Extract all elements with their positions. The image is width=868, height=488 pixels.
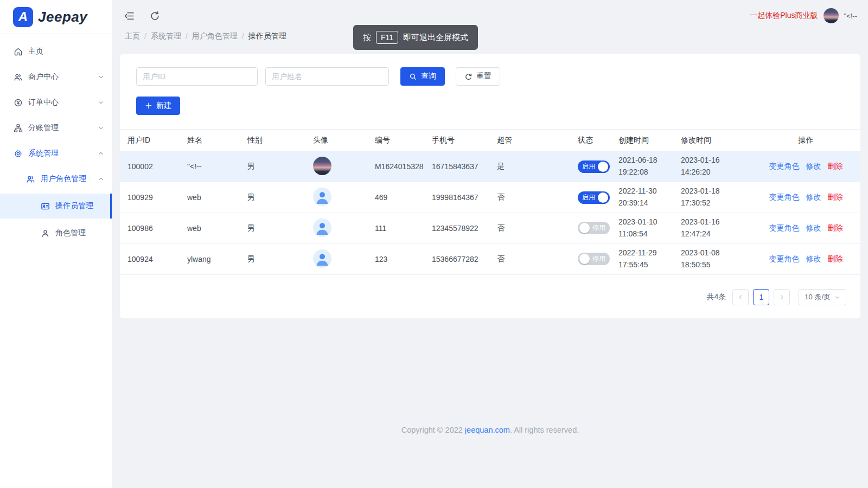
cell-phone: 12345578922 [427,213,493,244]
edit-link[interactable]: 修改 [806,192,821,201]
page-size-select[interactable]: 10 条/页 [799,289,846,305]
cell-actions: 变更角色修改删除 [751,213,860,244]
delete-link[interactable]: 删除 [828,162,843,170]
sidebar-item-label: 操作员管理 [55,201,93,211]
status-toggle-label: 停用 [590,223,608,233]
edit-link[interactable]: 修改 [806,254,821,263]
delete-link[interactable]: 删除 [828,254,843,263]
table-header-row: 用户ID姓名性别头像编号手机号超管状态创建时间修改时间操作 [120,130,860,151]
search-icon [409,73,417,81]
breadcrumb-item[interactable]: 系统管理 [151,31,181,41]
column-header: 头像 [309,130,371,151]
status-toggle[interactable]: 启用 [578,160,610,173]
cell-gender: 男 [243,182,309,213]
status-toggle[interactable]: 停用 [578,253,610,265]
sidebar-item-label: 商户中心 [28,72,59,82]
sidebar-item-merchant-center[interactable]: 商户中心 [0,66,112,88]
filter-bar: 查询 重置 [120,67,860,86]
breadcrumb-separator: / [186,32,188,41]
toggle-knob [579,223,590,233]
sidebar-item-home[interactable]: 主页 [0,41,112,62]
reset-icon [464,73,473,81]
chevron-up-icon [98,150,104,157]
sidebar-item-ledger-management[interactable]: 分账管理 [0,117,112,139]
cell-created-time: 2023-01-10 11:08:54 [614,213,676,244]
table-row: 100924ylwang男12315366677282否停用2022-11-29… [120,244,860,275]
cell-number: 469 [371,182,427,213]
cell-user-id: 100929 [120,182,183,213]
breadcrumb-item[interactable]: 主页 [125,31,140,41]
query-button[interactable]: 查询 [400,67,445,86]
operator-avatar-default [313,249,331,268]
cell-user-id: 100924 [120,244,183,275]
cell-status: 启用 [573,182,614,213]
breadcrumb-separator: / [242,32,244,41]
change-role-link[interactable]: 变更角色 [769,223,800,232]
cell-name: "<!-- [183,151,243,182]
reset-button-label: 重置 [476,72,492,81]
current-username[interactable]: "<!-- [844,12,857,20]
cell-created-time: 2022-11-30 20:39:14 [614,182,676,213]
sidebar-item-system-management[interactable]: 系统管理 [0,143,112,164]
table-row: 100986web男11112345578922否停用2023-01-10 11… [120,213,860,244]
change-role-link[interactable]: 变更角色 [769,162,800,170]
table-row: 100002"<!--男M162401532816715843637是启用202… [120,151,860,182]
pagination-next-button[interactable] [774,289,790,305]
cell-gender: 男 [243,244,309,275]
query-button-label: 查询 [421,72,436,81]
refresh-icon[interactable] [150,11,160,21]
breadcrumb-separator: / [144,32,146,41]
cell-name: web [183,182,243,213]
person-icon [41,229,50,238]
pagination-prev-button[interactable] [732,289,749,305]
footer-copyright-prefix: Copyright © 2022 [401,426,465,434]
delete-link[interactable]: 删除 [828,223,843,232]
user-id-input[interactable] [136,67,258,86]
chevron-right-icon [778,294,785,300]
change-role-link[interactable]: 变更角色 [769,254,800,263]
column-header: 手机号 [427,130,493,151]
plus-edition-link[interactable]: 一起体验Plus商业版 [750,11,818,21]
jeequan-link[interactable]: jeequan.com [465,426,510,434]
cell-updated-time: 2023-01-18 17:30:52 [676,182,751,213]
sidebar-item-role-management[interactable]: 角色管理 [0,222,112,244]
create-button[interactable]: 新建 [136,97,180,115]
pagination-page-1[interactable]: 1 [753,289,769,305]
sidebar-item-label: 订单中心 [28,98,59,107]
cell-updated-time: 2023-01-08 18:50:55 [676,244,751,275]
chevron-down-icon [98,125,104,131]
toggle-knob [579,254,590,264]
cell-name: ylwang [183,244,243,275]
cell-actions: 变更角色修改删除 [751,151,860,182]
order-icon [14,98,23,107]
delete-link[interactable]: 删除 [828,192,843,201]
status-toggle[interactable]: 启用 [578,191,610,204]
cell-avatar [309,151,371,182]
chevron-down-icon [98,99,104,106]
column-header: 性别 [243,130,309,151]
user-avatar[interactable] [824,8,839,23]
user-name-input[interactable] [265,67,389,86]
cell-status: 停用 [573,213,614,244]
chevron-up-icon [98,176,104,182]
column-header: 修改时间 [676,130,751,151]
toast-text-prefix: 按 [363,33,371,43]
edit-link[interactable]: 修改 [806,223,821,232]
sidebar-item-label: 系统管理 [28,149,59,158]
operator-avatar-default [313,188,331,206]
sidebar-item-operator-management[interactable]: 操作员管理 [0,194,112,219]
toggle-knob [598,192,608,203]
sidebar-item-label: 主页 [28,47,43,56]
change-role-link[interactable]: 变更角色 [769,192,800,201]
breadcrumb-item[interactable]: 用户角色管理 [192,31,238,41]
sidebar-item-user-role-management[interactable]: 用户角色管理 [0,168,112,190]
cell-created-time: 2021-06-18 19:22:08 [614,151,676,182]
reset-button[interactable]: 重置 [456,67,500,86]
jeepay-logo-icon: A [13,7,33,27]
cell-number: M1624015328 [371,151,427,182]
sidebar-item-order-center[interactable]: 订单中心 [0,92,112,113]
collapse-sidebar-icon[interactable] [124,11,135,21]
status-toggle[interactable]: 停用 [578,222,610,234]
pagination-total: 共4条 [707,292,726,302]
edit-link[interactable]: 修改 [806,162,821,170]
